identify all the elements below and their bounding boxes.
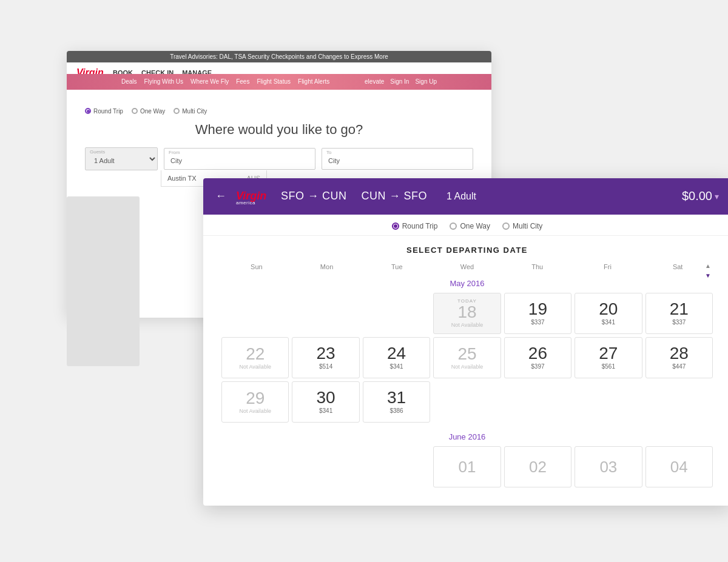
may-grid: TODAY 18 Not Available 19 $337 20 $341 2…: [221, 293, 713, 423]
oneway-option[interactable]: One Way: [132, 108, 165, 115]
trip-type-bar: Round Trip One Way Multi City: [203, 215, 728, 236]
fees-link[interactable]: Fees: [236, 78, 249, 85]
may-header: May 2016: [221, 275, 713, 293]
calendar-prev-button[interactable]: ▲: [703, 262, 713, 270]
bg-nav: Virgin america BOOK CHECK IN MANAGE Deal…: [67, 62, 491, 84]
empty-cell: [221, 446, 289, 487]
cal-day-21[interactable]: 21 $337: [645, 293, 713, 334]
scene: Travel Advisories: DAL, TSA Security Che…: [67, 51, 661, 512]
to-input[interactable]: [322, 148, 473, 170]
empty-cell: [575, 381, 642, 423]
virgin-logo-main: Virgin america: [236, 189, 266, 204]
to-wrap: To: [322, 148, 473, 170]
deals-link[interactable]: Deals: [121, 78, 137, 85]
cal-day-24[interactable]: 24 $341: [363, 337, 430, 378]
roundtrip-radio[interactable]: Round Trip: [392, 222, 438, 230]
elevate-link[interactable]: elevate: [365, 78, 384, 85]
route-1[interactable]: SFO → CUN: [281, 190, 347, 202]
bg-heading: Where would you like to go?: [85, 122, 473, 138]
cal-day-jun-03[interactable]: 03: [575, 446, 642, 487]
status-link[interactable]: Flight Status: [257, 78, 291, 85]
oneway-radio[interactable]: One Way: [450, 222, 490, 230]
multicity-option[interactable]: Multi City: [174, 108, 207, 115]
roundtrip-option[interactable]: Round Trip: [85, 108, 123, 115]
cal-day-18[interactable]: TODAY 18 Not Available: [433, 293, 500, 334]
where-link[interactable]: Where We Fly: [190, 78, 229, 85]
calendar-title: SELECT DEPARTING DATE: [221, 246, 713, 255]
guests-wrap: Guests 1 Adult: [85, 147, 158, 170]
cal-day-30[interactable]: 30 $341: [292, 381, 359, 423]
empty-cell: [433, 381, 500, 423]
cal-day-jun-04[interactable]: 04: [645, 446, 713, 487]
cal-day-23[interactable]: 23 $514: [292, 337, 359, 378]
price-value: $0.00: [682, 189, 712, 203]
multicity-dot: [502, 222, 510, 230]
back-button[interactable]: ←: [215, 190, 226, 202]
calendar-next-button[interactable]: ▼: [703, 272, 713, 280]
passengers: 1 Adult: [447, 191, 476, 202]
cal-day-jun-01[interactable]: 01: [433, 446, 500, 487]
main-header: ← Virgin america SFO → CUN CUN → SFO 1 A…: [203, 178, 728, 215]
empty-cell: [221, 293, 289, 334]
cal-day-jun-02[interactable]: 02: [504, 446, 571, 487]
cal-day-22[interactable]: 22 Not Available: [221, 337, 289, 378]
price-display[interactable]: $0.00 ▾: [682, 189, 719, 203]
side-panel: [67, 196, 140, 366]
from-label: From: [169, 150, 180, 155]
cal-day-31[interactable]: 31 $386: [363, 381, 430, 423]
signin-link[interactable]: Sign In: [390, 78, 409, 85]
main-card: ← Virgin america SFO → CUN CUN → SFO 1 A…: [203, 178, 728, 506]
june-grid: 01 02 03 04: [221, 446, 713, 487]
cal-day-26[interactable]: 26 $397: [504, 337, 571, 378]
route-2[interactable]: CUN → SFO: [362, 190, 428, 202]
roundtrip-dot: [392, 222, 399, 230]
cal-day-20[interactable]: 20 $341: [575, 293, 642, 334]
calendar-section: SELECT DEPARTING DATE Sun Mon Tue Wed Th…: [203, 236, 728, 506]
cal-day-27[interactable]: 27 $561: [575, 337, 642, 378]
alerts-link[interactable]: Flight Alerts: [298, 78, 329, 85]
empty-cell: [363, 446, 430, 487]
empty-cell: [292, 293, 359, 334]
nav-arrows: ▲ ▼: [703, 262, 713, 280]
oneway-dot: [450, 222, 457, 230]
svg-text:america: america: [236, 200, 255, 204]
empty-cell: [645, 381, 713, 423]
from-wrap: From: [164, 148, 315, 170]
price-chevron-icon: ▾: [715, 192, 719, 201]
to-label: To: [326, 150, 331, 155]
flying-link[interactable]: Flying With Us: [144, 78, 183, 85]
multicity-radio[interactable]: Multi City: [502, 222, 542, 230]
cal-day-28[interactable]: 28 $447: [645, 337, 713, 378]
cal-day-29[interactable]: 29 Not Available: [221, 381, 289, 423]
june-2016-section: June 2016 01 02 03 04: [221, 429, 713, 487]
guests-label: Guests: [90, 149, 105, 155]
bg-form-row: Guests 1 Adult From To: [85, 147, 473, 170]
empty-cell: [504, 381, 571, 423]
empty-cell: [363, 293, 430, 334]
day-headers: Sun Mon Tue Wed Thu Fri Sat ▲ ▼: [221, 263, 713, 270]
bg-radio-row: Round Trip One Way Multi City: [85, 108, 473, 115]
june-header: June 2016: [221, 429, 713, 446]
may-2016-section: May 2016 TODAY 18 Not Available 19 $337: [221, 275, 713, 423]
bg-pink-nav: Deals Flying With Us Where We Fly Fees F…: [67, 74, 491, 90]
empty-cell: [292, 446, 359, 487]
signup-link[interactable]: Sign Up: [415, 78, 437, 85]
advisory-bar: Travel Advisories: DAL, TSA Security Che…: [67, 51, 491, 62]
from-input[interactable]: [164, 148, 315, 170]
cal-day-19[interactable]: 19 $337: [504, 293, 571, 334]
header-logo: Virgin america: [236, 189, 266, 204]
cal-day-25[interactable]: 25 Not Available: [433, 337, 500, 378]
